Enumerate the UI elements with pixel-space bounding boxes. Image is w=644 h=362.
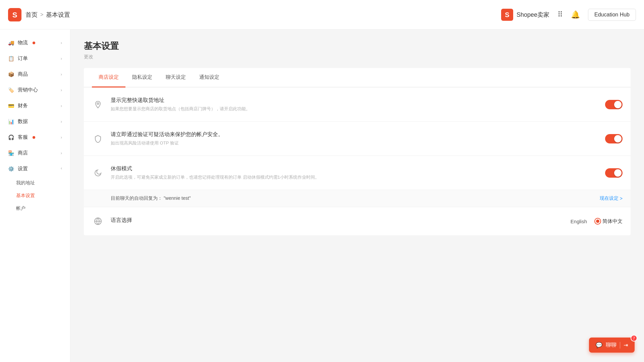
breadcrumb-home[interactable]: 首页 (25, 11, 38, 19)
main-content: 基本设置 更改 商店设定 隐私设定 聊天设定 通知设定 显示完整快递取货地 (70, 29, 644, 362)
sidebar-item-left: 🎧 客服 (8, 134, 35, 140)
sidebar-item-settings[interactable]: ⚙️ 设置 › (0, 161, 70, 177)
setting-desc-security: 如出现高风险活动请使用 OTP 验证 (111, 140, 598, 146)
chevron-down-icon: › (61, 150, 62, 156)
marketing-icon: 🏷️ (8, 87, 14, 93)
sidebar-item-logistics[interactable]: 🚚 物流 › (0, 35, 70, 51)
tab-chat-settings[interactable]: 聊天设定 (159, 68, 193, 87)
shopee-logo-icon: S (8, 8, 21, 21)
tabs-bar: 商店设定 隐私设定 聊天设定 通知设定 (84, 68, 631, 87)
auto-reply-row: 目前聊天的自动回复为： "wennie test" 现在设定 > (84, 190, 631, 207)
sidebar-item-products[interactable]: 📦 商品 › (0, 66, 70, 82)
tab-shop-settings[interactable]: 商店设定 (92, 68, 125, 87)
moon-icon (92, 167, 104, 179)
notification-icon[interactable]: 🔔 (571, 10, 580, 19)
sidebar-label-products: 商品 (18, 71, 28, 77)
settings-icon: ⚙️ (8, 166, 14, 172)
location-icon (92, 99, 104, 111)
sidebar-label-shop: 商店 (18, 150, 28, 156)
auto-reply-value: "wennie test" (164, 195, 191, 201)
setting-desc-vacation: 开启此选项，可避免买家成立新的订单，也请您记得处理现有的订单 启动休假模式约需1… (111, 174, 598, 180)
setting-content-vacation: 休假模式 开启此选项，可避免买家成立新的订单，也请您记得处理现有的订单 启动休假… (111, 165, 598, 180)
sidebar: 🚚 物流 › 📋 订单 › 📦 商品 › 🏷️ 营销 (0, 29, 70, 362)
sidebar-item-shop[interactable]: 🏪 商店 › (0, 145, 70, 161)
auto-reply-link-label[interactable]: 现在设定 (600, 195, 619, 201)
shopee-seller-logo-icon: S (501, 9, 513, 21)
sidebar-item-finance[interactable]: 💳 财务 › (0, 98, 70, 114)
lang-option-chinese[interactable]: 简体中文 (595, 218, 623, 225)
sidebar-item-left: 📊 数据 (8, 118, 28, 125)
sidebar-sub-item-basic-settings[interactable]: 基本设置 (0, 189, 70, 202)
logistics-dot (33, 42, 35, 44)
sidebar-sub-item-account[interactable]: 帐户 (0, 202, 70, 215)
header-right: S Shopee卖家 ⠿ 🔔 Education Hub (501, 9, 636, 21)
sidebar-item-data[interactable]: 📊 数据 › (0, 114, 70, 129)
chevron-down-icon: › (61, 56, 62, 61)
chevron-up-icon: › (61, 166, 62, 171)
breadcrumb-current: 基本设置 (46, 11, 70, 19)
sidebar-item-customer-service[interactable]: 🎧 客服 › (0, 129, 70, 145)
orders-icon: 📋 (8, 56, 14, 62)
language-options: English 简体中文 (571, 218, 623, 225)
svg-text:S: S (505, 11, 509, 18)
toggle-security[interactable] (605, 134, 623, 143)
sidebar-label-finance: 财务 (18, 103, 28, 109)
sidebar-item-left: 🏪 商店 (8, 150, 28, 156)
layout: 🚚 物流 › 📋 订单 › 📦 商品 › 🏷️ 营销 (0, 29, 644, 362)
setting-row-vacation: 休假模式 开启此选项，可避免买家成立新的订单，也请您记得处理现有的订单 启动休假… (84, 156, 631, 190)
products-icon: 📦 (8, 71, 14, 77)
sidebar-sub-item-my-address[interactable]: 我的地址 (0, 177, 70, 189)
auto-reply-link[interactable]: 现在设定 > (600, 195, 623, 201)
lang-option-chinese-label: 简体中文 (602, 218, 623, 225)
shopee-seller-info: S Shopee卖家 (501, 9, 549, 21)
toggle-address[interactable] (605, 100, 623, 109)
sidebar-label-orders: 订单 (18, 55, 28, 62)
sidebar-label-marketing: 营销中心 (18, 87, 38, 93)
setting-content-security: 请立即通过验证可疑活动来保护您的帐户安全。 如出现高风险活动请使用 OTP 验证 (111, 131, 598, 146)
customer-service-dot (33, 136, 35, 139)
header-left: S 首页 > 基本设置 (8, 8, 70, 21)
sidebar-label-logistics: 物流 (18, 40, 28, 46)
svg-text:S: S (12, 10, 17, 19)
chat-forward-icon: ⇥ (624, 342, 628, 348)
breadcrumb-separator: > (40, 12, 43, 18)
seller-name: Shopee卖家 (517, 11, 549, 19)
setting-desc-address: 如果您想要显示您商店的取货地点（包括商店门牌号），请开启此功能。 (111, 106, 598, 112)
tab-notification-settings[interactable]: 通知设定 (193, 68, 226, 87)
chevron-down-icon: › (61, 135, 62, 140)
chat-divider (620, 342, 620, 349)
chat-label: 聊聊 (606, 342, 616, 349)
chevron-down-icon: › (61, 87, 62, 93)
globe-icon (92, 215, 104, 227)
sidebar-item-orders[interactable]: 📋 订单 › (0, 51, 70, 66)
lang-option-english[interactable]: English (571, 219, 587, 224)
logistics-icon: 🚚 (8, 40, 14, 46)
page-title: 基本设置 (84, 40, 631, 52)
chevron-down-icon: › (61, 119, 62, 124)
sidebar-item-left: 💳 财务 (8, 103, 28, 109)
setting-row-address: 显示完整快递取货地址 如果您想要显示您商店的取货地点（包括商店门牌号），请开启此… (84, 87, 631, 122)
settings-card: 商店设定 隐私设定 聊天设定 通知设定 显示完整快递取货地址 如果您想要显示您商… (84, 68, 631, 235)
radio-selected-icon (595, 219, 600, 224)
sidebar-item-left: ⚙️ 设置 (8, 166, 28, 172)
chat-button[interactable]: 💬 聊聊 ⇥ 7 (589, 338, 635, 353)
chat-badge: 7 (631, 335, 637, 342)
data-icon: 📊 (8, 119, 14, 125)
toggle-vacation[interactable] (605, 168, 623, 178)
shop-icon: 🏪 (8, 150, 14, 156)
language-row: 语言选择 English 简体中文 (84, 207, 631, 235)
sidebar-item-left: 🚚 物流 (8, 40, 35, 46)
sidebar-item-left: 📋 订单 (8, 55, 28, 62)
setting-title-vacation: 休假模式 (111, 165, 598, 172)
apps-icon[interactable]: ⠿ (557, 10, 563, 19)
shield-icon (92, 133, 104, 145)
sidebar-item-left: 🏷️ 营销中心 (8, 87, 38, 93)
chevron-down-icon: › (61, 72, 62, 77)
svg-point-4 (97, 103, 99, 104)
education-hub-button[interactable]: Education Hub (588, 9, 636, 21)
tab-privacy-settings[interactable]: 隐私设定 (125, 68, 159, 87)
sidebar-label-customer-service: 客服 (18, 134, 28, 140)
sidebar-item-marketing[interactable]: 🏷️ 营销中心 › (0, 82, 70, 98)
language-label-content: 语言选择 (111, 217, 564, 226)
setting-content-address: 显示完整快递取货地址 如果您想要显示您商店的取货地点（包括商店门牌号），请开启此… (111, 97, 598, 112)
